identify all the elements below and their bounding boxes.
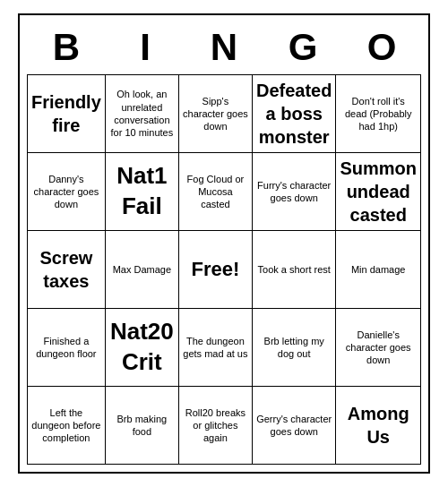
bingo-cell-6[interactable]: Nat1 Fail [106, 153, 179, 231]
bingo-cell-12[interactable]: Free! [179, 231, 253, 309]
bingo-card: BINGO Friendly fireOh look, an unrelated… [18, 13, 430, 474]
bingo-cell-20[interactable]: Left the dungeon before completion [28, 387, 106, 465]
bingo-cell-17[interactable]: The dungeon gets mad at us [179, 309, 253, 387]
bingo-cell-11[interactable]: Max Damage [106, 231, 179, 309]
bingo-cell-8[interactable]: Furry's character goes down [253, 153, 336, 231]
bingo-cell-18[interactable]: Brb letting my dog out [253, 309, 336, 387]
bingo-cell-19[interactable]: Danielle's character goes down [336, 309, 421, 387]
bingo-cell-15[interactable]: Finished a dungeon floor [28, 309, 106, 387]
bingo-cell-10[interactable]: Screw taxes [28, 231, 106, 309]
bingo-cell-21[interactable]: Brb making food [106, 387, 179, 465]
header-letter-i: I [106, 22, 185, 73]
bingo-cell-16[interactable]: Nat20 Crit [106, 309, 179, 387]
bingo-cell-3[interactable]: Defeated a boss monster [253, 75, 336, 153]
bingo-cell-23[interactable]: Gerry's character goes down [253, 387, 336, 465]
bingo-cell-9[interactable]: Summon undead casted [336, 153, 421, 231]
bingo-cell-14[interactable]: Min damage [336, 231, 421, 309]
header-letter-n: N [185, 22, 263, 73]
bingo-cell-7[interactable]: Fog Cloud or Mucosa casted [179, 153, 253, 231]
header-letter-b: B [27, 22, 106, 73]
bingo-cell-2[interactable]: Sipp's character goes down [179, 75, 253, 153]
bingo-cell-24[interactable]: Among Us [336, 387, 421, 465]
header-letter-o: O [342, 22, 421, 73]
bingo-cell-13[interactable]: Took a short rest [253, 231, 336, 309]
bingo-grid: Friendly fireOh look, an unrelated conve… [27, 74, 421, 465]
bingo-cell-0[interactable]: Friendly fire [28, 75, 106, 153]
bingo-cell-1[interactable]: Oh look, an unrelated conversation for 1… [106, 75, 179, 153]
bingo-cell-5[interactable]: Danny's character goes down [28, 153, 106, 231]
bingo-cell-22[interactable]: Roll20 breaks or glitches again [179, 387, 253, 465]
header-letter-g: G [263, 22, 342, 73]
bingo-cell-4[interactable]: Don't roll it's dead (Probably had 1hp) [336, 75, 421, 153]
bingo-header: BINGO [27, 22, 421, 73]
